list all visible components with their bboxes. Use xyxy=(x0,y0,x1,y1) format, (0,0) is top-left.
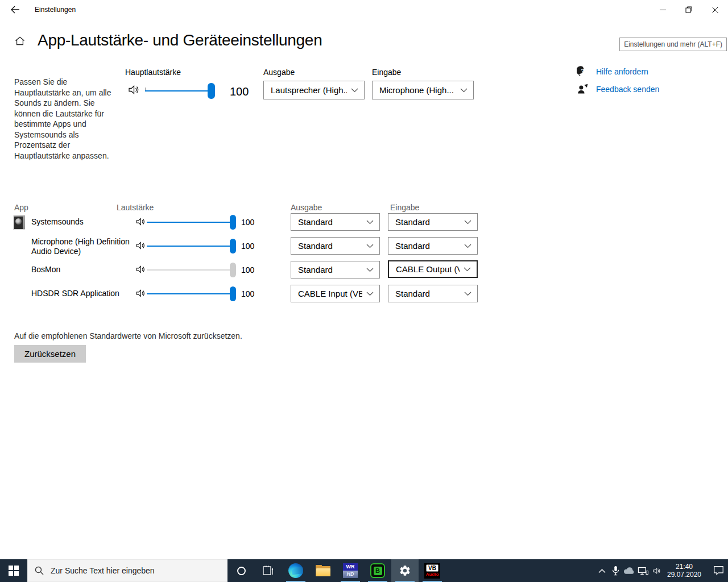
volume-icon xyxy=(135,216,146,227)
app-volume-value: 100 xyxy=(241,285,254,302)
minimize-button[interactable] xyxy=(650,0,676,19)
clock-date: 29.07.2020 xyxy=(663,571,705,579)
file-explorer-icon xyxy=(316,565,330,576)
app-volume-slider[interactable] xyxy=(147,214,233,230)
action-center-button[interactable] xyxy=(709,559,728,582)
cortana-icon xyxy=(237,567,246,575)
app-name: BosMon xyxy=(31,261,135,278)
app-output-select[interactable]: Standard xyxy=(291,237,380,255)
app-name: HDSDR SDR Application xyxy=(31,285,135,302)
chevron-down-icon xyxy=(366,268,374,272)
volume-icon xyxy=(135,264,146,275)
master-input-select[interactable]: Microphone (High... xyxy=(372,81,474,99)
get-help-link[interactable]: ? Hilfe anfordern xyxy=(577,65,648,77)
app-input-select[interactable]: Standard xyxy=(388,285,478,302)
chevron-down-icon xyxy=(464,267,471,272)
app-input-select[interactable]: Standard xyxy=(388,213,478,231)
chevron-down-icon xyxy=(366,244,374,248)
task-view-button[interactable] xyxy=(255,559,282,582)
tray-network-button[interactable] xyxy=(636,559,650,582)
taskbar-app-file-explorer[interactable] xyxy=(309,559,337,582)
reset-button[interactable]: Zurücksetzen xyxy=(14,345,86,363)
clock-time: 21:40 xyxy=(663,563,705,571)
app-input-select[interactable]: Standard xyxy=(388,237,478,255)
taskbar: Zur Suche Text hier eingeben WR HD B xyxy=(0,559,728,582)
slider-thumb[interactable] xyxy=(230,215,236,230)
tray-microphone-button[interactable] xyxy=(609,559,622,582)
start-button[interactable] xyxy=(0,559,27,582)
back-arrow-icon xyxy=(10,6,20,14)
chevron-down-icon xyxy=(464,292,471,296)
action-center-icon xyxy=(713,566,724,576)
volume-icon xyxy=(127,83,140,97)
app-volume-slider-disabled xyxy=(147,262,233,278)
chevron-down-icon xyxy=(366,220,374,225)
home-icon[interactable] xyxy=(14,35,26,49)
speaker-icon xyxy=(651,566,662,576)
chevron-up-icon xyxy=(598,568,606,573)
app-output-select[interactable]: Standard xyxy=(291,261,380,278)
app-name: Systemsounds xyxy=(31,213,135,231)
taskbar-app-bosmon[interactable]: B xyxy=(364,559,391,582)
slider-thumb[interactable] xyxy=(230,286,236,301)
vb-audio-icon: VB Audio xyxy=(424,563,440,579)
page-title: App-Lautstärke- und Geräteeinstellungen xyxy=(38,31,322,49)
col-header-volume: Lautstärke xyxy=(117,203,154,212)
onedrive-cloud-icon xyxy=(623,567,635,575)
back-button[interactable] xyxy=(7,2,23,17)
chevron-down-icon xyxy=(464,220,471,225)
taskbar-search-input[interactable]: Zur Suche Text hier eingeben xyxy=(27,559,228,582)
master-volume-label: Hauptlautstärke xyxy=(125,68,181,77)
system-tray: 21:40 29.07.2020 xyxy=(595,559,728,582)
settings-window: Einstellungen App-Lautstärke- und Geräte… xyxy=(0,0,728,582)
volume-icon xyxy=(135,240,146,251)
app-output-select[interactable]: CABLE Input (VB-A xyxy=(291,285,380,302)
master-output-select[interactable]: Lautsprecher (High... xyxy=(263,81,365,99)
bosmon-icon: B xyxy=(370,563,385,578)
master-volume-value: 100 xyxy=(230,85,249,98)
app-volume-value: 100 xyxy=(241,213,254,231)
master-output-label: Ausgabe xyxy=(263,68,295,77)
app-name: Microphone (High Definition Audio Device… xyxy=(31,237,135,256)
taskbar-app-vb-audio[interactable]: VB Audio xyxy=(419,559,446,582)
reset-description: Auf die empfohlenen Standardwerte von Mi… xyxy=(14,331,242,340)
chevron-down-icon xyxy=(351,88,358,93)
taskbar-app-settings[interactable] xyxy=(391,559,419,582)
master-volume-slider[interactable] xyxy=(145,83,212,99)
taskbar-app-edge[interactable] xyxy=(282,559,309,582)
app-volume-slider[interactable] xyxy=(147,286,233,302)
chevron-down-icon xyxy=(464,244,471,248)
settings-gear-icon xyxy=(399,564,411,577)
menu-tooltip: Einstellungen und mehr (ALT+F) xyxy=(619,38,727,51)
slider-thumb[interactable] xyxy=(230,239,236,253)
slider-thumb xyxy=(230,263,236,277)
chevron-down-icon xyxy=(460,88,468,93)
intro-text: Passen Sie die Hauptlautstärke an, um al… xyxy=(14,77,117,161)
col-header-output: Ausgabe xyxy=(291,203,322,212)
tray-chevron-button[interactable] xyxy=(595,559,609,582)
task-view-icon xyxy=(263,565,274,576)
chevron-down-icon xyxy=(366,292,374,296)
cortana-button[interactable] xyxy=(228,559,255,582)
master-slider-thumb[interactable] xyxy=(208,83,215,99)
taskbar-app-hdsdr[interactable]: WR HD xyxy=(337,559,364,582)
help-bubble-icon: ? xyxy=(577,65,589,77)
windows-logo-icon xyxy=(9,566,19,576)
app-volume-slider[interactable] xyxy=(147,238,233,254)
close-button[interactable] xyxy=(702,0,728,19)
hdsdr-icon: WR HD xyxy=(343,563,358,578)
app-input-select[interactable]: CABLE Output (VB- xyxy=(388,260,478,278)
tray-onedrive-button[interactable] xyxy=(622,559,636,582)
search-icon xyxy=(35,566,44,575)
feedback-person-icon xyxy=(577,83,589,95)
restore-button[interactable] xyxy=(676,0,702,19)
microphone-icon xyxy=(611,566,620,576)
window-title: Einstellungen xyxy=(35,6,76,14)
search-placeholder: Zur Suche Text hier eingeben xyxy=(51,566,155,575)
tray-volume-button[interactable] xyxy=(650,559,663,582)
app-output-select[interactable]: Standard xyxy=(291,213,380,231)
send-feedback-link[interactable]: Feedback senden xyxy=(577,83,659,95)
edge-icon xyxy=(288,563,303,578)
taskbar-clock[interactable]: 21:40 29.07.2020 xyxy=(663,563,705,579)
volume-icon xyxy=(135,288,146,299)
